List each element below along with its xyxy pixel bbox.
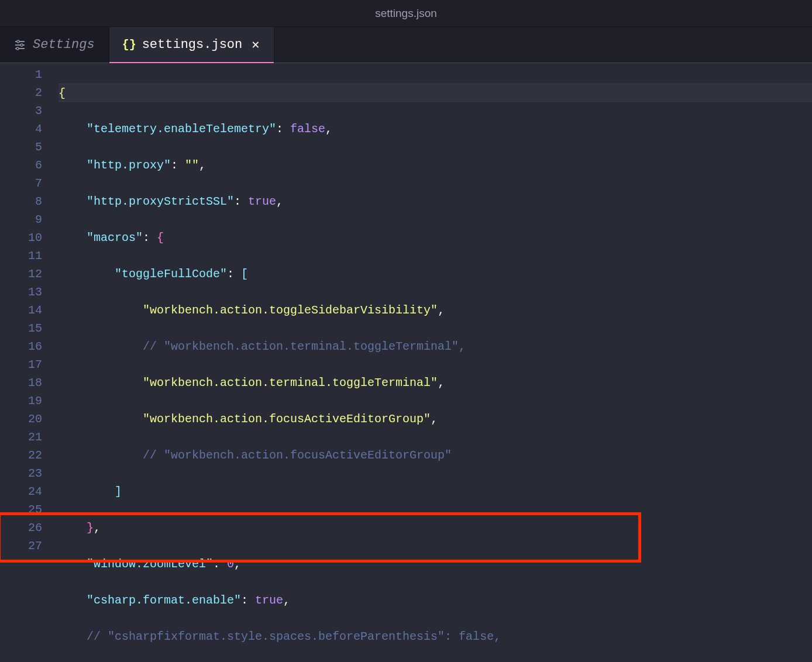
tab-file-label: settings.json <box>142 37 243 52</box>
code-line: "csharp.format.enable": true, <box>59 591 812 609</box>
window-title: settings.json <box>375 7 437 20</box>
line-number: 15 <box>0 319 42 337</box>
line-number: 24 <box>0 482 42 501</box>
tab-settings-label: Settings <box>33 37 95 52</box>
line-number: 25 <box>0 501 42 519</box>
line-number: 19 <box>0 392 42 410</box>
line-number: 20 <box>0 410 42 428</box>
svg-point-1 <box>20 44 23 46</box>
line-number: 7 <box>0 174 42 192</box>
line-number: 17 <box>0 356 42 374</box>
line-number-gutter: 1 2 3 4 5 6 7 8 9 10 11 12 13 14 15 16 1… <box>0 63 59 662</box>
line-number: 5 <box>0 138 42 156</box>
code-content[interactable]: { "telemetry.enableTelemetry": false, "h… <box>59 63 812 662</box>
code-line: // "workbench.action.focusActiveEditorGr… <box>59 446 812 464</box>
line-number: 23 <box>0 464 42 482</box>
line-number: 22 <box>0 446 42 464</box>
svg-point-2 <box>16 47 19 50</box>
code-line: "workbench.action.toggleSidebarVisibilit… <box>59 301 812 319</box>
code-line: }, <box>59 519 812 537</box>
line-number: 3 <box>0 102 42 120</box>
line-number: 12 <box>0 265 42 283</box>
line-number: 11 <box>0 247 42 265</box>
line-number: 18 <box>0 374 42 392</box>
code-line: "macros": { <box>59 229 812 247</box>
close-icon[interactable]: ✕ <box>249 36 262 54</box>
code-line: { <box>59 84 812 102</box>
json-braces-icon: {} <box>123 39 135 51</box>
code-line: // "workbench.action.terminal.toggleTerm… <box>59 337 812 356</box>
code-line: "workbench.action.terminal.toggleTermina… <box>59 374 812 392</box>
tabs-bar: Settings {} settings.json ✕ <box>0 27 812 63</box>
settings-lines-icon <box>14 39 26 51</box>
code-line: "http.proxyStrictSSL": true, <box>59 192 812 211</box>
line-number: 13 <box>0 283 42 301</box>
code-editor[interactable]: 1 2 3 4 5 6 7 8 9 10 11 12 13 14 15 16 1… <box>0 63 812 662</box>
line-number: 9 <box>0 211 42 229</box>
title-bar: settings.json <box>0 0 812 27</box>
line-number: 27 <box>0 537 42 555</box>
svg-point-0 <box>17 40 19 43</box>
line-number: 16 <box>0 337 42 356</box>
tab-settings[interactable]: Settings <box>0 27 109 63</box>
code-line: "workbench.action.focusActiveEditorGroup… <box>59 410 812 428</box>
line-number: 14 <box>0 301 42 319</box>
code-line: "telemetry.enableTelemetry": false, <box>59 120 812 138</box>
line-number: 4 <box>0 120 42 138</box>
tab-settings-json[interactable]: {} settings.json ✕ <box>109 27 274 63</box>
line-number: 8 <box>0 192 42 211</box>
code-line: "window.zoomLevel": 0, <box>59 555 812 573</box>
line-number: 26 <box>0 519 42 537</box>
code-line: "toggleFullCode": [ <box>59 265 812 283</box>
code-line: // "csharpfixformat.style.spaces.beforeP… <box>59 627 812 646</box>
line-number: 10 <box>0 229 42 247</box>
line-number: 1 <box>0 65 42 84</box>
line-number: 21 <box>0 428 42 446</box>
code-line: "http.proxy": "", <box>59 156 812 174</box>
line-number: 6 <box>0 156 42 174</box>
line-number: 2 <box>0 84 42 102</box>
code-line: ] <box>59 482 812 501</box>
